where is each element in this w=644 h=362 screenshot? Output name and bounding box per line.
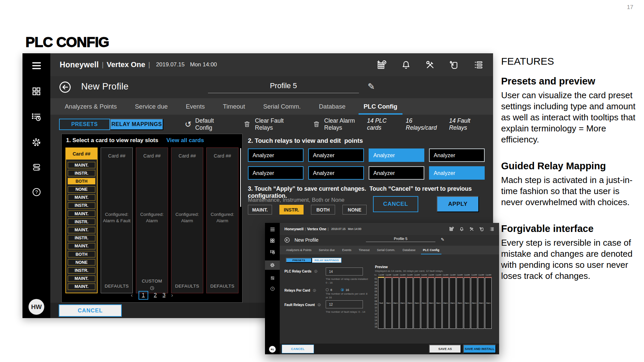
relay-slot-button[interactable]: INSTR. bbox=[68, 170, 95, 176]
relay-slot-button[interactable]: NONE bbox=[68, 259, 95, 265]
cancel-button[interactable]: CANCEL bbox=[282, 345, 314, 353]
page-prev-chevron[interactable]: ‹ bbox=[131, 292, 133, 299]
relay-slot-button[interactable]: MAINT. bbox=[68, 162, 95, 168]
relay-slot-button[interactable]: MAINT. bbox=[68, 210, 95, 217]
relay-point-field[interactable]: Analyzer bbox=[429, 148, 485, 162]
dashboard-grid-icon[interactable] bbox=[270, 238, 275, 243]
clear-alarm-relays-action[interactable]: Clear Alarm Relays bbox=[312, 117, 367, 131]
radio-option-16[interactable]: 16 bbox=[341, 288, 349, 292]
relay-slot-button[interactable]: INSTR. bbox=[68, 202, 95, 209]
toggles-icon[interactable] bbox=[32, 162, 42, 172]
relay-slot-button[interactable]: INSTR. bbox=[68, 235, 95, 241]
relay-slot-button[interactable]: NONE bbox=[68, 186, 95, 193]
card[interactable]: Card ## Configured: Alarm DEFAULTS bbox=[171, 147, 203, 293]
history-list-icon[interactable] bbox=[31, 111, 42, 122]
tab[interactable]: Serial Comm. bbox=[254, 98, 310, 115]
page-number[interactable]: 2 bbox=[154, 292, 157, 298]
tab[interactable]: Analyzers & Points bbox=[282, 246, 315, 254]
relay-slot-button[interactable]: INSTR. bbox=[68, 267, 95, 274]
tab[interactable]: Timeout bbox=[214, 98, 254, 115]
info-icon[interactable] bbox=[314, 269, 318, 273]
card-selected[interactable]: Card ## MAINT.INSTR.BOTHNONEMAINT.INSTR.… bbox=[65, 147, 98, 293]
relay-slot-button[interactable]: MAINT. bbox=[68, 276, 95, 282]
back-arrow-icon[interactable] bbox=[58, 80, 72, 94]
cancel-button[interactable]: CANCEL bbox=[373, 196, 418, 212]
help-icon[interactable] bbox=[270, 286, 275, 291]
tab[interactable]: PLC Config bbox=[355, 98, 407, 115]
relay-slot-button[interactable]: MAINT. bbox=[68, 227, 95, 233]
service-hand-icon[interactable] bbox=[479, 227, 484, 232]
relay-point-field[interactable]: Analyzer bbox=[248, 148, 304, 162]
settings-gear-icon[interactable] bbox=[265, 260, 280, 270]
settings-gear-icon[interactable] bbox=[31, 137, 42, 147]
tab[interactable]: PLC Config bbox=[419, 246, 443, 254]
save-as-button[interactable]: SAVE AS bbox=[429, 345, 461, 353]
page-number[interactable]: 1 bbox=[139, 291, 148, 300]
profile-name-field[interactable]: Profile 5 bbox=[208, 81, 359, 93]
back-arrow-icon[interactable] bbox=[284, 237, 290, 243]
info-icon[interactable] bbox=[317, 303, 321, 307]
tab[interactable]: Service due bbox=[315, 246, 339, 254]
page-number[interactable]: 3 bbox=[162, 292, 165, 298]
service-hand-icon[interactable] bbox=[449, 60, 460, 70]
notifications-bell-icon[interactable] bbox=[459, 227, 464, 232]
help-icon[interactable] bbox=[32, 187, 42, 197]
card[interactable]: Card ## Configured: Alarm DEFAULTS bbox=[206, 147, 238, 293]
tab[interactable]: Database bbox=[310, 98, 355, 115]
relay-point-field[interactable]: Analyzer bbox=[308, 148, 364, 162]
relay-point-field[interactable]: Analyzer bbox=[248, 166, 304, 180]
view-all-cards-link[interactable]: View all cards bbox=[166, 137, 204, 144]
info-icon[interactable] bbox=[313, 289, 316, 292]
relay-mappings-button[interactable]: RELAY MAPPINGS bbox=[312, 258, 341, 263]
relay-point-field[interactable]: Analyzer bbox=[369, 148, 424, 162]
card[interactable]: Card ## Configured: Alarm CUSTOM bbox=[136, 147, 168, 293]
edit-pencil-icon[interactable]: ✎ bbox=[441, 237, 444, 242]
radio-icon[interactable] bbox=[326, 288, 329, 291]
relay-point-field[interactable]: Analyzer bbox=[429, 166, 485, 180]
dashboard-grid-icon[interactable] bbox=[31, 86, 42, 97]
menu-icon[interactable] bbox=[270, 227, 275, 232]
presets-button[interactable]: PRESETS bbox=[286, 258, 312, 263]
tools-icon[interactable] bbox=[469, 227, 474, 232]
relay-point-field[interactable]: Analyzer bbox=[369, 166, 424, 180]
card[interactable]: Card ## Configured: Alarm & Fault DEFAUL… bbox=[101, 147, 133, 293]
schedule-calendar-icon[interactable] bbox=[449, 226, 454, 232]
tools-icon[interactable] bbox=[425, 60, 435, 70]
tab[interactable]: Analyzers & Points bbox=[56, 98, 126, 115]
relay-slot-button[interactable]: INSTR. bbox=[68, 219, 95, 225]
mode-button[interactable]: MAINT. bbox=[248, 205, 272, 215]
radio-option-8[interactable]: 8 bbox=[326, 288, 332, 292]
history-list-icon[interactable] bbox=[270, 249, 275, 255]
tab[interactable]: Events bbox=[177, 98, 214, 115]
menu-icon[interactable] bbox=[31, 60, 42, 71]
tab[interactable]: Serial Comm. bbox=[373, 246, 399, 254]
relay-slot-button[interactable]: MAINT. bbox=[68, 243, 95, 249]
user-avatar[interactable]: HW bbox=[29, 299, 44, 315]
footer-cancel-button[interactable]: CANCEL bbox=[59, 304, 122, 317]
relay-slot-button[interactable]: MAINT. bbox=[68, 194, 95, 201]
mode-button[interactable]: NONE bbox=[342, 205, 367, 215]
mode-button[interactable]: BOTH bbox=[311, 205, 335, 215]
event-list-icon[interactable] bbox=[473, 60, 484, 70]
mode-button[interactable]: INSTR. bbox=[279, 205, 304, 215]
panel-scrollbar[interactable] bbox=[240, 148, 241, 207]
clear-fault-relays-action[interactable]: Clear Fault Relays bbox=[243, 117, 296, 131]
radio-selected-icon[interactable] bbox=[341, 288, 344, 291]
page-next-chevron[interactable]: › bbox=[171, 292, 173, 299]
fault-relays-count-input[interactable]: 12 bbox=[326, 300, 363, 308]
apply-button[interactable]: APPLY bbox=[437, 196, 479, 212]
edit-pencil-icon[interactable]: ✎ bbox=[368, 81, 375, 92]
toggles-icon[interactable] bbox=[270, 276, 275, 281]
default-config-action[interactable]: ↺ Default Config bbox=[185, 117, 227, 131]
tab[interactable]: Database bbox=[399, 246, 419, 254]
plc-relay-cards-input[interactable]: 14 bbox=[326, 267, 363, 276]
tab[interactable]: Events bbox=[338, 246, 355, 254]
schedule-calendar-icon[interactable] bbox=[376, 59, 387, 70]
profile-name-field[interactable]: Profile 5 bbox=[366, 237, 435, 242]
save-and-install-button[interactable]: SAVE AND INSTALL bbox=[463, 345, 496, 353]
relay-slot-button[interactable]: BOTH bbox=[68, 251, 95, 257]
presets-button[interactable]: PRESETS bbox=[59, 119, 110, 130]
user-avatar[interactable]: R1 bbox=[269, 346, 276, 353]
relay-slot-button[interactable]: BOTH bbox=[68, 178, 95, 184]
tab[interactable]: Service due bbox=[126, 98, 177, 115]
